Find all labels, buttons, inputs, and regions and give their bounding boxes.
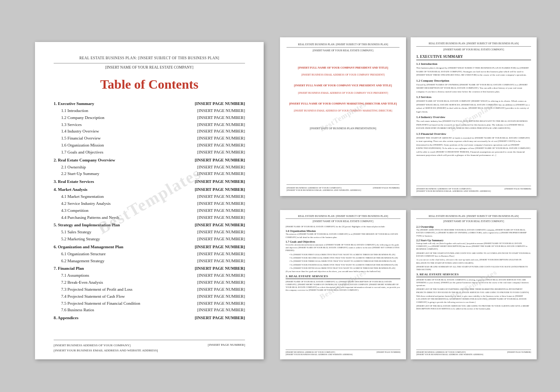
toc-entry: 6.1 Organization Structure[INSERT PAGE N… xyxy=(54,251,245,258)
cover-vp-email: [INSERT BUSINESS EMAIL ADDRESS OF YOUR C… xyxy=(298,91,388,94)
toc-entry: 7.2 Break-Even Analysis[INSERT PAGE NUMB… xyxy=(54,279,245,286)
br-sub2-text: Startup funds will only use [listed toge… xyxy=(416,242,531,251)
toc-entry: 4.1 Market Segmentation[INSERT PAGE NUMB… xyxy=(54,193,245,200)
footer-address-block: [INSERT BUSINESS ADDRESS OF YOUR COMPANY… xyxy=(54,343,158,353)
toc-entry: 4.4 Purchasing Patterns and Needs[INSERT… xyxy=(54,214,245,221)
footer-address: [INSERT BUSINESS ADDRESS OF YOUR COMPANY… xyxy=(54,343,158,348)
toc-entry-label: 4.1 Market Segmentation xyxy=(61,193,197,200)
exec-sub4-title: 1.4 Industry Overview xyxy=(416,115,531,119)
toc-entry: 4.3 Competition[INSERT PAGE NUMBER] xyxy=(54,207,245,214)
toc-entry-page: [INSERT PAGE NUMBER] xyxy=(197,286,245,293)
toc-entry-page: [INSERT PAGE NUMBER] xyxy=(197,279,245,286)
exec-sub3-title: 1.3 Services xyxy=(416,95,531,98)
toc-entry: 2.2 Start-Up Summary[INSERT PAGE NUMBER] xyxy=(54,170,245,177)
bl-bullet-item: • To [INSERT YOUR SECOND GOAL/OBJECTIVE … xyxy=(286,257,400,259)
toc-entry-page: [INSERT PAGE NUMBER] xyxy=(195,186,245,193)
exec-sub5-title: 1.5 Financial Overview xyxy=(416,132,531,135)
cover-president-title: [INSERT FULL NAME OF YOUR COMPANY PRESID… xyxy=(298,66,388,70)
cover-footer: [INSERT BUSINESS ADDRESS OF YOUR COMPANY… xyxy=(287,184,399,191)
cover-vp-title: [INSERT FULL NAME OF YOUR COMPANY VICE P… xyxy=(294,84,392,87)
cover-marketing-title: [INSERT FULL NAME OF YOUR COMPANY MARKET… xyxy=(289,102,397,105)
toc-entry: 6.2 Management Strategy[INSERT PAGE NUMB… xyxy=(54,258,245,265)
toc-entry-page: [INSERT PAGE NUMBER] xyxy=(195,265,245,272)
cover-page: REAL ESTATE BUSINESS PLAN: [INSERT SUBJE… xyxy=(280,37,406,196)
toc-entry: 5. Strategy and Implementation Plan[INSE… xyxy=(54,222,245,229)
toc-entry: 1.5 Financial Overview[INSERT PAGE NUMBE… xyxy=(54,135,245,142)
exec-company: [INSERT NAME OF YOUR REAL ESTATE COMPANY… xyxy=(416,48,531,51)
toc-entry: 7.6 Business Ratios[INSERT PAGE NUMBER] xyxy=(54,307,245,314)
toc-list: 1. Executive Summary[INSERT PAGE NUMBER]… xyxy=(54,100,245,322)
toc-entry: 1.2 Company Description[INSERT PAGE NUMB… xyxy=(54,114,245,121)
bl-sub2-title: 1.7 Goals and Objectives xyxy=(286,240,400,243)
toc-entry: 7.1 Assumptions[INSERT PAGE NUMBER] xyxy=(54,272,245,279)
toc-entry-label: 1.3 Services xyxy=(61,121,197,128)
toc-entry-label: 4.4 Purchasing Patterns and Needs xyxy=(61,214,197,221)
toc-entry-page: [INSERT PAGE NUMBER] xyxy=(195,222,245,229)
toc-entry-page: [INSERT PAGE NUMBER] xyxy=(197,164,245,171)
toc-entry-label: 1.5 Financial Overview xyxy=(61,135,197,142)
exec-sub1-title: 1.1 Introduction xyxy=(416,62,531,65)
toc-entry-page: [INSERT PAGE NUMBER] xyxy=(195,178,245,185)
exec-sub2-text: Owned by [INSERT NAMES OF OWNERS] [INSER… xyxy=(416,83,531,94)
exec-summary-page: REAL ESTATE BUSINESS PLAN: [INSERT SUBJE… xyxy=(411,37,537,196)
bl-sub2-text: Given the aforementioned mission stateme… xyxy=(286,244,400,252)
br-sub3-text: [INSERT NAME OF YOUR REAL ESTATE COMPANY… xyxy=(416,279,531,287)
toc-entry: 1. Executive Summary[INSERT PAGE NUMBER] xyxy=(54,100,245,107)
toc-entry-page: [INSERT PAGE NUMBER] xyxy=(197,121,245,128)
cover-header: REAL ESTATE BUSINESS PLAN: [INSERT SUBJE… xyxy=(287,43,399,48)
toc-entry-label: 7.1 Assumptions xyxy=(61,272,197,279)
main-page-company: [INSERT NAME OF YOUR REAL ESTATE COMPANY… xyxy=(54,65,245,70)
toc-entry: 7.5 Projected Statement of Financial Con… xyxy=(54,300,245,307)
toc-entry-page: [INSERT PAGE NUMBER] xyxy=(195,244,245,251)
toc-entry-label: 7.2 Break-Even Analysis xyxy=(61,279,197,286)
toc-entry: 1.3 Services[INSERT PAGE NUMBER] xyxy=(54,121,245,128)
toc-entry: 5.1 Sales Strategy[INSERT PAGE NUMBER] xyxy=(54,229,245,236)
toc-entry-page: [INSERT PAGE NUMBER] xyxy=(197,300,245,307)
exec-header: REAL ESTATE BUSINESS PLAN: [INSERT SUBJE… xyxy=(416,42,531,47)
br-footer-page: [INSERT PAGE NUMBER] xyxy=(507,351,531,356)
toc-entry-label: 1.1 Introduction xyxy=(61,107,197,114)
toc-entry-label: 6.2 Management Strategy xyxy=(61,258,197,265)
bottom-right-page: REAL ESTATE BUSINESS PLAN: [INSERT SUBJE… xyxy=(411,210,537,359)
br-sub2-title: 2.2 Start-Up Summary xyxy=(416,239,531,242)
cover-date: [INSERT DATE OF BUSINESS PLAN PRESENTATI… xyxy=(310,127,377,130)
toc-entry-page: [INSERT PAGE NUMBER] xyxy=(195,157,245,164)
toc-entry-page: [INSERT PAGE NUMBER] xyxy=(197,107,245,114)
toc-entry: 2. Real Estate Company Overview[INSERT P… xyxy=(54,157,245,164)
br-sub2-list: [INSERT LIST OF THE START-UP FUNDS AND C… xyxy=(416,252,531,258)
toc-entry: 1.6 Organization Mission[INSERT PAGE NUM… xyxy=(54,142,245,149)
cover-company: [INSERT NAME OF YOUR REAL ESTATE COMPANY… xyxy=(287,49,399,52)
bl-bullet-item: • To [INSERT YOUR FOURTH GOAL/OBJECTIVE … xyxy=(286,264,400,266)
main-page-header: REAL ESTATE BUSINESS PLAN: [INSERT SUBJE… xyxy=(54,56,245,63)
br-sub3-title: 3. REAL ESTATE SERVICES xyxy=(416,273,531,277)
toc-entry-label: 7.5 Projected Statement of Financial Con… xyxy=(61,300,197,307)
toc-entry-label: 1.7 Goals and Objectives xyxy=(61,149,197,156)
toc-entry-page: [INSERT PAGE NUMBER] xyxy=(197,135,245,142)
bottom-left-page: REAL ESTATE BUSINESS PLAN: [INSERT SUBJE… xyxy=(280,210,406,359)
toc-entry-page: [INSERT PAGE NUMBER] xyxy=(197,272,245,279)
bl-sub1-text: The mission of [INSERT NAME OF YOUR REAL… xyxy=(286,233,400,239)
toc-entry-label: 7. Financial Plan xyxy=(54,265,195,272)
toc-entry-page: [INSERT PAGE NUMBER] xyxy=(197,307,245,314)
toc-entry-label: 7.4 Projected Statement of Cash Flow xyxy=(61,293,197,300)
toc-entry: 7.3 Projected Statement of Profit and Lo… xyxy=(54,286,245,293)
toc-entry: 3. Real Estate Services[INSERT PAGE NUMB… xyxy=(54,178,245,185)
exec-section-title: 1. EXECUTIVE SUMMARY xyxy=(416,55,531,60)
toc-entry-label: 6. Organization and Management Plan xyxy=(54,244,195,251)
toc-entry-page: [INSERT PAGE NUMBER] xyxy=(197,200,245,207)
toc-entry-label: 5. Strategy and Implementation Plan xyxy=(54,222,195,229)
toc-entry-label: 1.6 Organization Mission xyxy=(61,142,197,149)
br-company: [INSERT NAME OF YOUR REAL ESTATE COMPANY… xyxy=(416,220,531,223)
toc-entry: 2.1 Ownership[INSERT PAGE NUMBER] xyxy=(54,164,245,171)
br-sub2-more: As you can see on the chart below, relev… xyxy=(416,259,531,265)
main-page-footer: [INSERT BUSINESS ADDRESS OF YOUR COMPANY… xyxy=(54,340,245,353)
toc-entry-page: [INSERT PAGE NUMBER] xyxy=(197,114,245,121)
toc-entry-page: [INSERT PAGE NUMBER] xyxy=(197,149,245,156)
toc-entry: 1.7 Goals and Objectives[INSERT PAGE NUM… xyxy=(54,149,245,156)
bl-company: [INSERT NAME OF YOUR REAL ESTATE COMPANY… xyxy=(286,220,400,223)
cover-footer-email: [INSERT YOUR BUSINESS EMAIL ADDRESS AND … xyxy=(287,189,361,191)
exec-sub5-text: [INSERT THE START-UP AMOUNT of funds is … xyxy=(416,136,531,157)
toc-entry-label: 8. Appendices xyxy=(54,315,195,322)
toc-entry: 7.4 Projected Statement of Cash Flow[INS… xyxy=(54,293,245,300)
toc-entry-label: 1.2 Company Description xyxy=(61,114,197,121)
